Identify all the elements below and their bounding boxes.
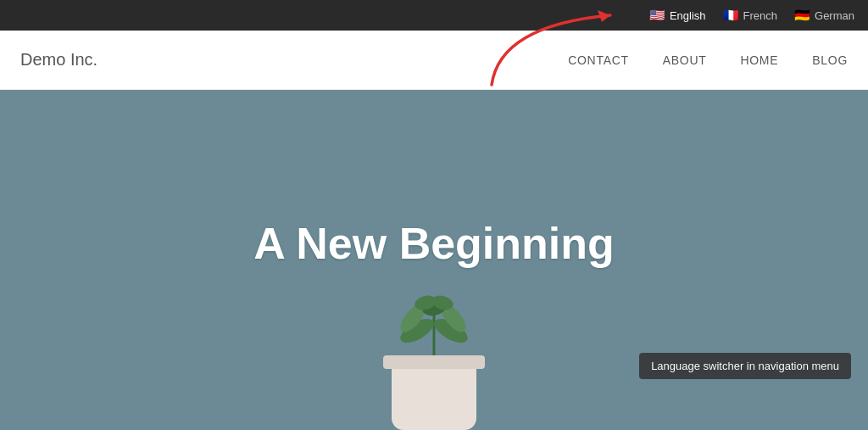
lang-item-de[interactable]: 🇩🇪German — [794, 8, 854, 23]
hero-section: A New Beginning Language switcher in nav… — [0, 90, 868, 430]
lang-item-en[interactable]: 🇺🇸English — [649, 8, 706, 23]
nav-link-home[interactable]: HOME — [740, 53, 778, 67]
lang-label-en: English — [670, 9, 706, 22]
flag-de: 🇩🇪 — [794, 8, 810, 23]
site-logo: Demo Inc. — [20, 50, 97, 70]
flag-en: 🇺🇸 — [649, 8, 665, 23]
nav-link-blog[interactable]: BLOG — [812, 53, 848, 67]
lang-label-fr: French — [743, 9, 777, 22]
nav-link-contact[interactable]: CONTACT — [568, 53, 629, 67]
plant-pot — [392, 362, 476, 430]
lang-label-de: German — [815, 9, 854, 22]
tooltip: Language switcher in navigation menu — [639, 353, 851, 379]
flag-fr: 🇫🇷 — [723, 8, 739, 23]
lang-item-fr[interactable]: 🇫🇷French — [723, 8, 777, 23]
nav-link-about[interactable]: ABOUT — [663, 53, 707, 67]
nav-bar: Demo Inc. CONTACTABOUTHOMEBLOG — [0, 31, 868, 90]
nav-links: CONTACTABOUTHOMEBLOG — [568, 53, 848, 67]
language-bar: 🇺🇸English🇫🇷French🇩🇪German — [0, 0, 868, 31]
plant-illustration — [366, 260, 502, 430]
hero-title: A New Beginning — [253, 218, 615, 269]
